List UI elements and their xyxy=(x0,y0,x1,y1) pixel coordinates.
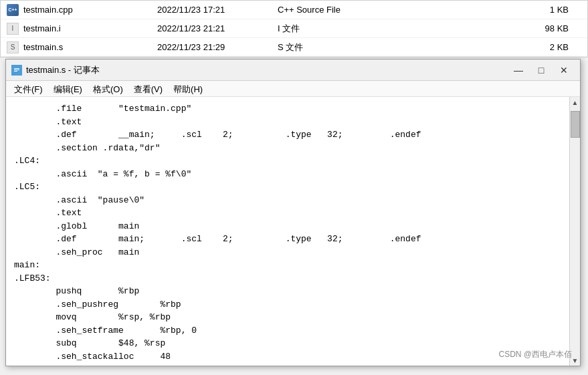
notepad-title-icon xyxy=(11,65,22,76)
svg-rect-1 xyxy=(14,68,19,69)
file-size-cpp: 1 KB xyxy=(398,5,582,15)
scroll-track[interactable] xyxy=(570,108,580,355)
watermark: CSDN @西电卢本佰 xyxy=(498,349,572,360)
svg-rect-2 xyxy=(14,70,19,70)
window-controls: — □ ✕ xyxy=(508,62,575,78)
file-size-i: 98 KB xyxy=(398,23,582,33)
s-file-icon: S xyxy=(6,41,19,54)
file-row-i[interactable]: I testmain.i 2022/11/23 21:21 I 文件 98 KB xyxy=(1,19,587,38)
restore-button[interactable]: □ xyxy=(530,62,552,78)
i-file-icon: I xyxy=(6,22,19,35)
menu-edit[interactable]: 编辑(E) xyxy=(48,82,88,95)
scroll-thumb[interactable] xyxy=(571,111,580,138)
menu-help[interactable]: 帮助(H) xyxy=(168,82,208,95)
menu-view[interactable]: 查看(V) xyxy=(128,82,168,95)
file-name-i: testmain.i xyxy=(23,23,157,33)
minimize-button[interactable]: — xyxy=(508,62,529,78)
file-date-cpp: 2022/11/23 17:21 xyxy=(157,5,278,15)
file-type-cpp: C++ Source File xyxy=(278,5,398,15)
notepad-content: .file "testmain.cpp" .text .def __main; … xyxy=(6,97,580,366)
close-button[interactable]: ✕ xyxy=(553,62,575,78)
file-size-s: 2 KB xyxy=(398,42,582,52)
notepad-title: testmain.s - 记事本 xyxy=(26,64,508,76)
file-type-i: I 文件 xyxy=(278,23,398,35)
menu-file[interactable]: 文件(F) xyxy=(9,82,48,95)
notepad-text-area[interactable]: .file "testmain.cpp" .text .def __main; … xyxy=(6,97,569,366)
file-row-s[interactable]: S testmain.s 2022/11/23 21:29 S 文件 2 KB xyxy=(1,38,587,57)
menu-format[interactable]: 格式(O) xyxy=(88,82,128,95)
scrollbar[interactable]: ▲ ▼ xyxy=(569,97,580,366)
notepad-menubar: 文件(F) 编辑(E) 格式(O) 查看(V) 帮助(H) xyxy=(6,81,580,97)
file-date-i: 2022/11/23 21:21 xyxy=(157,23,278,33)
file-name-s: testmain.s xyxy=(23,42,157,52)
file-row-cpp[interactable]: C++ testmain.cpp 2022/11/23 17:21 C++ So… xyxy=(1,1,587,19)
notepad-titlebar: testmain.s - 记事本 — □ ✕ xyxy=(6,59,580,81)
svg-rect-3 xyxy=(14,71,17,72)
scroll-up-arrow[interactable]: ▲ xyxy=(570,97,581,108)
notepad-window: testmain.s - 记事本 — □ ✕ 文件(F) 编辑(E) 格式(O)… xyxy=(5,59,581,366)
cpp-file-icon: C++ xyxy=(6,3,19,17)
file-manager: C++ testmain.cpp 2022/11/23 17:21 C++ So… xyxy=(0,0,588,57)
file-date-s: 2022/11/23 21:29 xyxy=(157,42,278,52)
file-type-s: S 文件 xyxy=(278,41,398,53)
file-name-cpp: testmain.cpp xyxy=(23,5,157,15)
